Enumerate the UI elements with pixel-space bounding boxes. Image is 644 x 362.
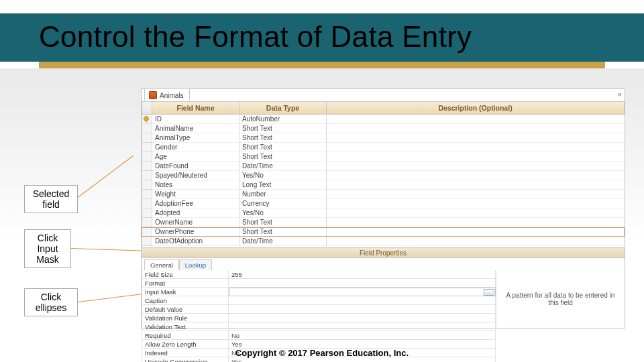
field-name-cell[interactable]: Gender: [152, 143, 239, 152]
close-icon[interactable]: ×: [618, 90, 622, 99]
data-type-cell[interactable]: Date/Time: [239, 237, 327, 246]
row-selector[interactable]: [142, 190, 152, 199]
property-row[interactable]: Caption: [142, 296, 496, 305]
property-value[interactable]: No: [229, 331, 496, 340]
property-value[interactable]: [229, 296, 496, 305]
data-type-cell[interactable]: Short Text: [239, 218, 327, 227]
field-row[interactable]: AdoptedYes/No: [142, 208, 625, 218]
row-selector[interactable]: [142, 152, 152, 162]
row-selector[interactable]: [142, 237, 152, 246]
field-name-cell[interactable]: Adopted: [152, 208, 239, 218]
description-cell[interactable]: [327, 133, 625, 143]
property-row[interactable]: Format: [142, 279, 496, 288]
data-type-cell[interactable]: Number: [239, 190, 327, 199]
tab-general[interactable]: General: [144, 259, 179, 270]
row-selector[interactable]: [142, 162, 152, 171]
description-cell[interactable]: [327, 171, 625, 180]
data-type-cell[interactable]: Short Text: [239, 133, 327, 143]
field-row[interactable]: OwnerPhoneShort Text: [142, 227, 625, 237]
field-name-cell[interactable]: OwnerPhone: [152, 227, 239, 237]
field-row[interactable]: OwnerNameShort Text: [142, 218, 625, 227]
data-type-cell[interactable]: Date/Time: [239, 162, 327, 171]
field-name-cell[interactable]: DateFound: [152, 162, 239, 171]
field-row[interactable]: IDAutoNumber: [142, 115, 625, 124]
header-description: Description (Optional): [327, 101, 625, 115]
primary-key-icon[interactable]: [142, 115, 152, 124]
data-type-cell[interactable]: Currency: [239, 199, 327, 208]
field-row[interactable]: Spayed/NeuteredYes/No: [142, 171, 625, 180]
data-type-cell[interactable]: Short Text: [239, 152, 327, 162]
data-type-cell[interactable]: Short Text: [239, 143, 327, 152]
description-cell[interactable]: [327, 218, 625, 227]
description-cell[interactable]: [327, 199, 625, 208]
field-row[interactable]: AnimalNameShort Text: [142, 124, 625, 133]
row-selector[interactable]: [142, 218, 152, 227]
field-name-cell[interactable]: AdoptionFee: [152, 199, 239, 208]
access-design-view: Animals × Field Name Data Type Descripti…: [141, 88, 625, 328]
field-row[interactable]: DateFoundDate/Time: [142, 162, 625, 171]
header-field-name: Field Name: [152, 101, 239, 115]
properties-grid: Field Size255FormatInput Mask...CaptionD…: [142, 270, 496, 328]
field-name-cell[interactable]: Notes: [152, 180, 239, 190]
data-type-cell[interactable]: Long Text: [239, 180, 327, 190]
property-value[interactable]: [229, 314, 496, 322]
row-selector[interactable]: [142, 227, 152, 237]
description-cell[interactable]: [327, 180, 625, 190]
property-row[interactable]: Validation Rule: [142, 314, 496, 322]
field-name-cell[interactable]: ID: [152, 115, 239, 124]
row-selector[interactable]: [142, 180, 152, 190]
property-value[interactable]: [229, 322, 496, 331]
data-type-cell[interactable]: Short Text: [239, 227, 327, 237]
field-name-cell[interactable]: AnimalType: [152, 133, 239, 143]
field-row[interactable]: AdoptionFeeCurrency: [142, 199, 625, 208]
property-row[interactable]: Default Value: [142, 305, 496, 314]
field-name-cell[interactable]: AnimalName: [152, 124, 239, 133]
field-name-cell[interactable]: OwnerName: [152, 218, 239, 227]
data-type-cell[interactable]: AutoNumber: [239, 115, 327, 124]
row-selector[interactable]: [142, 124, 152, 133]
property-row[interactable]: Validation Text: [142, 322, 496, 331]
property-label: Validation Rule: [142, 314, 229, 322]
row-selector[interactable]: [142, 143, 152, 152]
description-cell[interactable]: [327, 190, 625, 199]
data-type-cell[interactable]: Yes/No: [239, 171, 327, 180]
row-selector[interactable]: [142, 208, 152, 218]
field-row[interactable]: GenderShort Text: [142, 143, 625, 152]
description-cell[interactable]: [327, 208, 625, 218]
property-row[interactable]: Unicode CompressionYes: [142, 357, 496, 362]
callout-selected-field: Selected field: [24, 185, 78, 213]
description-cell[interactable]: [327, 162, 625, 171]
description-cell[interactable]: [327, 227, 625, 237]
field-row[interactable]: WeightNumber: [142, 190, 625, 199]
description-cell[interactable]: [327, 115, 625, 124]
description-cell[interactable]: [327, 237, 625, 246]
property-value[interactable]: ...: [229, 288, 496, 296]
property-row[interactable]: Input Mask...: [142, 288, 496, 296]
field-name-cell[interactable]: Age: [152, 152, 239, 162]
data-type-cell[interactable]: Yes/No: [239, 208, 327, 218]
property-value[interactable]: Yes: [229, 357, 496, 362]
input-mask-builder-button[interactable]: ...: [484, 289, 494, 296]
tab-lookup[interactable]: Lookup: [179, 259, 212, 270]
row-selector[interactable]: [142, 199, 152, 208]
property-row[interactable]: RequiredNo: [142, 331, 496, 340]
description-cell[interactable]: [327, 152, 625, 162]
description-cell[interactable]: [327, 143, 625, 152]
field-name-cell[interactable]: Weight: [152, 190, 239, 199]
field-name-cell[interactable]: Spayed/Neutered: [152, 171, 239, 180]
field-row[interactable]: AnimalTypeShort Text: [142, 133, 625, 143]
property-value[interactable]: [229, 305, 496, 314]
data-type-cell[interactable]: Short Text: [239, 124, 327, 133]
property-value[interactable]: [229, 279, 496, 288]
description-cell[interactable]: [327, 124, 625, 133]
field-row[interactable]: DateOfAdoptionDate/Time: [142, 237, 625, 246]
field-row[interactable]: NotesLong Text: [142, 180, 625, 190]
row-selector[interactable]: [142, 133, 152, 143]
property-value[interactable]: 255: [229, 270, 496, 279]
field-row[interactable]: AgeShort Text: [142, 152, 625, 162]
field-name-cell[interactable]: DateOfAdoption: [152, 237, 239, 246]
property-row[interactable]: Field Size255: [142, 270, 496, 279]
copyright: Copyright © 2017 Pearson Education, Inc.: [0, 348, 644, 358]
table-tab-animals[interactable]: Animals: [144, 88, 190, 101]
row-selector[interactable]: [142, 171, 152, 180]
